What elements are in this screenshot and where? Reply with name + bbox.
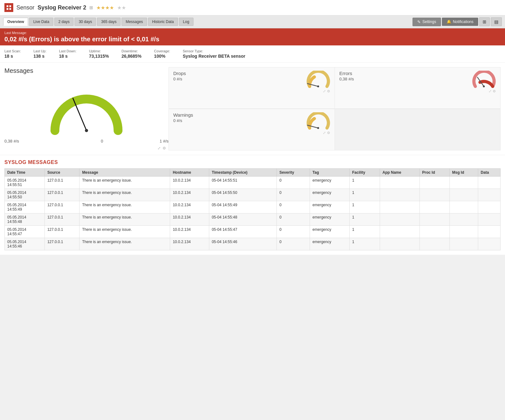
- table-cell: There is an emergency issue.: [80, 189, 170, 201]
- notifications-icon: 🔔: [447, 20, 451, 24]
- stat-uptime-label: Uptime:: [89, 49, 109, 53]
- gauges-section: Messages 0,38 #/s 0 1 #/s ⤢ ⚙: [0, 63, 505, 155]
- table-cell: 05-04 14:55:51: [209, 177, 276, 189]
- table-cell: [419, 226, 449, 238]
- col-header-tag: Tag: [310, 169, 350, 177]
- table-cell: emergency: [310, 238, 350, 250]
- grid-view-button[interactable]: ⊞: [479, 17, 490, 26]
- table-cell: 05-04 14:55:49: [209, 201, 276, 213]
- table-cell: 05-04 14:55:50: [209, 189, 276, 201]
- stat-uptime-value: 73,1315%: [89, 54, 109, 59]
- drops-settings-icon[interactable]: ⚙: [327, 89, 330, 93]
- notifications-button[interactable]: 🔔 Notifications: [442, 18, 478, 26]
- main-gauge-zoom-icon[interactable]: ⤢: [157, 146, 161, 150]
- table-cell: 05-04 14:55:46: [209, 238, 276, 250]
- table-cell: [380, 226, 419, 238]
- main-gauge-settings-icon[interactable]: ⚙: [163, 146, 166, 150]
- table-cell: 0: [277, 226, 310, 238]
- errors-settings-icon[interactable]: ⚙: [493, 89, 496, 93]
- app-logo: [4, 3, 13, 12]
- svg-rect-2: [7, 8, 9, 10]
- tab-30days[interactable]: 30 days: [74, 18, 96, 26]
- list-view-button[interactable]: ▤: [491, 17, 502, 26]
- drops-zoom-icon[interactable]: ⤢: [323, 89, 326, 93]
- tab-log[interactable]: Log: [179, 18, 193, 26]
- table-cell: 0: [277, 238, 310, 250]
- stat-downtime-label: Downtime:: [122, 49, 141, 53]
- mini-gauge-errors-header: Errors 0,38 #/s: [339, 71, 496, 88]
- table-cell: 127.0.0.1: [45, 213, 79, 226]
- table-cell: [478, 189, 501, 201]
- table-cell: [478, 238, 501, 250]
- tab-historic-data[interactable]: Historic Data: [148, 18, 178, 26]
- mini-gauge-drops: Drops 0 #/s ⤢ ⚙: [169, 67, 335, 109]
- gauge-min-label: 0,38 #/s: [4, 139, 19, 143]
- table-cell: There is an emergency issue.: [80, 238, 170, 250]
- table-cell: There is an emergency issue.: [80, 213, 170, 226]
- stat-sensor-type: Sensor Type: Syslog Receiver BETA sensor: [183, 49, 245, 59]
- col-header-appname: App Name: [380, 169, 419, 177]
- table-row: 05.05.2014 14:55:48127.0.0.1There is an …: [5, 213, 501, 226]
- table-cell: [478, 226, 501, 238]
- main-gauge-svg: [42, 77, 131, 137]
- stat-last-scan-value: 18 s: [4, 54, 21, 59]
- syslog-table: Date Time Source Message Hostname Timest…: [4, 168, 501, 250]
- table-header-row: Date Time Source Message Hostname Timest…: [5, 169, 501, 177]
- table-cell: [449, 238, 478, 250]
- svg-rect-3: [9, 8, 11, 10]
- table-row: 05.05.2014 14:55:49127.0.0.1There is an …: [5, 201, 501, 213]
- stats-row: Last Scan: 18 s Last Up: 138 s Last Down…: [0, 45, 505, 63]
- table-cell: 127.0.0.1: [45, 226, 79, 238]
- table-cell: [419, 238, 449, 250]
- stat-last-up-label: Last Up:: [33, 49, 46, 53]
- stat-last-up-value: 138 s: [33, 54, 46, 59]
- stat-downtime: Downtime: 26,8685%: [122, 49, 141, 59]
- stat-last-scan: Last Scan: 18 s: [4, 49, 21, 59]
- table-cell: 1: [349, 226, 380, 238]
- gauge-mid-label: 0: [101, 139, 103, 143]
- stat-last-down-label: Last Down:: [59, 49, 76, 53]
- svg-point-7: [317, 85, 319, 87]
- warnings-settings-icon[interactable]: ⚙: [327, 131, 330, 135]
- table-cell: [380, 213, 419, 226]
- settings-label: Settings: [422, 20, 436, 24]
- table-row: 05.05.2014 14:55:51127.0.0.1There is an …: [5, 177, 501, 189]
- warnings-gauge-svg: [306, 112, 330, 130]
- main-gauge-container: Messages 0,38 #/s 0 1 #/s ⤢ ⚙: [4, 67, 169, 150]
- col-header-source: Source: [45, 169, 79, 177]
- table-cell: 05.05.2014 14:55:48: [5, 213, 45, 226]
- tab-messages[interactable]: Messages: [122, 18, 147, 26]
- table-cell: [419, 189, 449, 201]
- table-cell: 10.0.2.134: [170, 213, 209, 226]
- table-cell: 05.05.2014 14:55:46: [5, 238, 45, 250]
- col-header-msgid: Msg Id: [449, 169, 478, 177]
- notifications-label: Notifications: [453, 20, 473, 24]
- tab-live-data[interactable]: Live Data: [29, 18, 53, 26]
- stars-filled[interactable]: ★★★★: [96, 5, 114, 11]
- mini-gauge-drops-header: Drops 0 #/s: [173, 71, 330, 88]
- stars-empty[interactable]: ★★: [117, 5, 126, 11]
- page-header: Sensor Syslog Receiver 2 ⊞ ★★★★ ★★: [0, 0, 505, 15]
- tab-overview[interactable]: Overview: [3, 18, 28, 26]
- table-cell: 127.0.0.1: [45, 189, 79, 201]
- table-cell: 1: [349, 189, 380, 201]
- mini-gauge-empty: [335, 109, 501, 150]
- table-cell: 05.05.2014 14:55:49: [5, 201, 45, 213]
- warnings-zoom-icon[interactable]: ⤢: [323, 131, 326, 135]
- settings-button[interactable]: ✎ Settings: [413, 18, 441, 26]
- svg-point-5: [85, 129, 88, 132]
- header-title: Syslog Receiver 2: [38, 4, 86, 11]
- table-cell: [449, 177, 478, 189]
- stat-coverage-value: 100%: [154, 54, 170, 59]
- stat-sensor-type-label: Sensor Type:: [183, 49, 245, 53]
- table-row: 05.05.2014 14:55:46127.0.0.1There is an …: [5, 238, 501, 250]
- table-cell: 0: [277, 177, 310, 189]
- tab-2days[interactable]: 2 days: [54, 18, 74, 26]
- col-header-timestamp: Timestamp (Device): [209, 169, 276, 177]
- errors-zoom-icon[interactable]: ⤢: [489, 89, 491, 93]
- tab-365days[interactable]: 365 days: [97, 18, 121, 26]
- pin-icon[interactable]: ⊞: [89, 5, 93, 10]
- main-gauge-labels: 0,38 #/s 0 1 #/s: [4, 137, 169, 145]
- table-cell: [478, 177, 501, 189]
- tab-bar: Overview Live Data 2 days 30 days 365 da…: [0, 15, 505, 28]
